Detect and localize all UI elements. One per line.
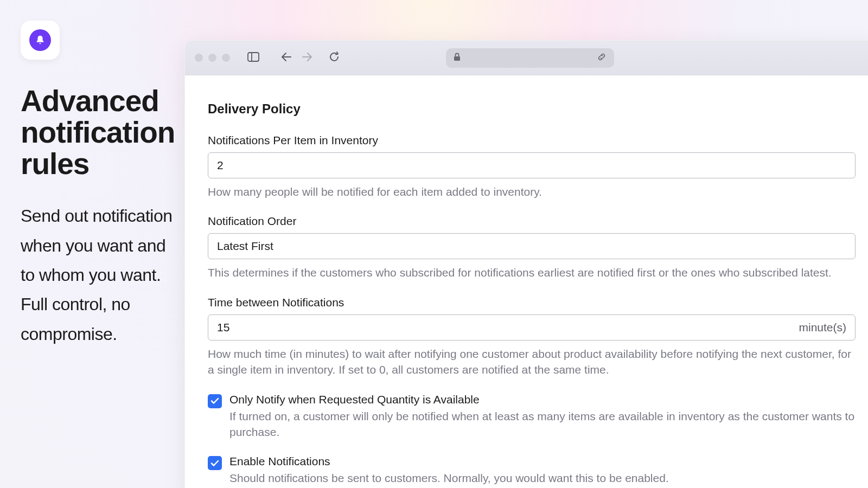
- page-subheading: Send out notification when you want and …: [21, 201, 174, 349]
- per-item-hint: How many people will be notified for eac…: [208, 184, 856, 200]
- minimize-window-button[interactable]: [208, 54, 216, 62]
- address-bar[interactable]: [446, 48, 614, 68]
- sidebar-toggle-icon[interactable]: [247, 52, 259, 64]
- refresh-button[interactable]: [329, 52, 340, 65]
- time-between-input[interactable]: 15 minute(s): [208, 314, 856, 341]
- order-label: Notification Order: [208, 215, 856, 228]
- lock-icon: [454, 53, 461, 63]
- enable-notifications-label: Enable Notifications: [229, 455, 856, 468]
- forward-button[interactable]: [302, 52, 312, 64]
- marketing-left-panel: Advanced notification rules Send out not…: [0, 0, 184, 488]
- field-time-between: Time between Notifications 15 minute(s) …: [208, 296, 856, 378]
- link-icon: [597, 52, 607, 64]
- app-icon-card: [21, 21, 60, 60]
- time-between-suffix: minute(s): [799, 321, 846, 334]
- order-value: Latest First: [217, 240, 273, 253]
- only-requested-qty-checkbox[interactable]: [208, 394, 222, 408]
- field-notification-order: Notification Order Latest First This det…: [208, 215, 856, 280]
- window-controls: [195, 54, 230, 62]
- close-window-button[interactable]: [195, 54, 203, 62]
- enable-notifications-hint: Should notifications be sent to customer…: [229, 470, 856, 486]
- field-notifications-per-item: Notifications Per Item in Inventory 2 Ho…: [208, 134, 856, 200]
- checkbox-only-requested-qty: Only Notify when Requested Quantity is A…: [208, 393, 856, 440]
- check-icon: [210, 460, 219, 467]
- time-between-label: Time between Notifications: [208, 296, 856, 309]
- order-select[interactable]: Latest First: [208, 233, 856, 259]
- page-heading: Advanced notification rules: [21, 86, 174, 179]
- per-item-input[interactable]: 2: [208, 152, 856, 178]
- per-item-label: Notifications Per Item in Inventory: [208, 134, 856, 147]
- browser-toolbar: [185, 41, 868, 75]
- svg-rect-0: [248, 53, 259, 61]
- svg-rect-2: [454, 56, 460, 61]
- time-between-hint: How much time (in minutes) to wait after…: [208, 346, 856, 378]
- check-icon: [210, 397, 219, 404]
- only-requested-qty-label: Only Notify when Requested Quantity is A…: [229, 393, 856, 406]
- browser-window: Delivery Policy Notifications Per Item i…: [184, 40, 868, 488]
- maximize-window-button[interactable]: [222, 54, 230, 62]
- back-button[interactable]: [281, 52, 292, 64]
- order-hint: This determines if the customers who sub…: [208, 265, 856, 280]
- checkbox-enable-notifications: Enable Notifications Should notification…: [208, 455, 856, 486]
- per-item-value: 2: [217, 159, 224, 172]
- section-title: Delivery Policy: [208, 101, 856, 117]
- enable-notifications-checkbox[interactable]: [208, 456, 222, 470]
- time-between-value: 15: [217, 321, 229, 334]
- bell-icon: [29, 29, 51, 51]
- only-requested-qty-hint: If turned on, a customer will only be no…: [229, 408, 856, 440]
- settings-content: Delivery Policy Notifications Per Item i…: [185, 75, 868, 488]
